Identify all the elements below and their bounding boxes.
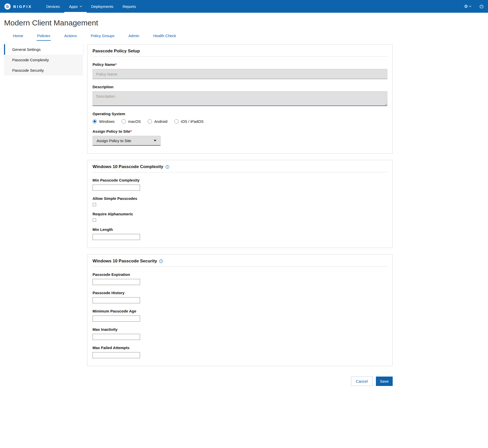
- nav-item-apps[interactable]: Apps: [64, 0, 86, 13]
- passcode-complexity-panel: Windows 10 Passcode Complexity Min Passc…: [87, 160, 393, 248]
- ios-ipados-radio[interactable]: [174, 119, 179, 124]
- nav-item-deployments[interactable]: Deployments: [87, 0, 118, 13]
- assign-policy-to-site-dropdown[interactable]: Assign Policy to Site: [93, 136, 161, 146]
- min-passcode-complexity-label: Min Passcode Complexity: [93, 178, 387, 182]
- max-inactivity-label: Max Inactivity: [93, 327, 387, 332]
- bigfix-logo[interactable]: b BIGFIX: [4, 3, 32, 10]
- min-length-input[interactable]: [93, 234, 140, 240]
- settings-gear-button[interactable]: ⚙: [464, 4, 471, 9]
- tab-actions[interactable]: Actions: [64, 31, 77, 41]
- assign-site-label-text: Assign Policy to Site: [93, 129, 130, 133]
- panel-header: Windows 10 Passcode Complexity: [93, 164, 387, 172]
- tab-health-check[interactable]: Health Check: [153, 31, 177, 41]
- tab-policies[interactable]: Policies: [37, 31, 51, 41]
- tab-policy-groups[interactable]: Policy Groups: [90, 31, 115, 41]
- radio-label-android: Android: [154, 119, 167, 124]
- sidebar-item-passcode-security[interactable]: Passcode Security: [4, 65, 83, 76]
- panel-title: Windows 10 Passcode Security: [93, 259, 157, 264]
- macos-radio[interactable]: [121, 119, 126, 124]
- info-icon[interactable]: [165, 165, 169, 169]
- max-failed-attempts-label: Max Failed Attempts: [93, 346, 387, 350]
- sidebar-item-general-settings[interactable]: General Settings: [4, 44, 83, 55]
- dropdown-selected-value: Assign Policy to Site: [97, 139, 131, 143]
- require-alphanumeric-checkbox[interactable]: [93, 218, 96, 222]
- bigfix-logo-icon: b: [4, 3, 11, 10]
- chevron-down-icon: [469, 5, 471, 8]
- nav-item-apps-label: Apps: [69, 4, 78, 9]
- android-radio[interactable]: [148, 119, 152, 124]
- radio-label-windows: Windows: [99, 119, 115, 124]
- panel-title: Windows 10 Passcode Complexity: [93, 164, 163, 169]
- sidebar-item-passcode-complexity[interactable]: Passcode Complexity: [4, 55, 83, 65]
- policy-name-label-text: Policy Name: [93, 62, 115, 67]
- windows-radio[interactable]: [93, 119, 97, 124]
- radio-option-windows[interactable]: Windows: [93, 119, 115, 124]
- cancel-button[interactable]: Cancel: [351, 377, 373, 386]
- chevron-down-icon: [80, 5, 82, 8]
- passcode-security-panel: Windows 10 Passcode Security Passcode Ex…: [87, 254, 393, 366]
- passcode-expiration-input[interactable]: [93, 279, 140, 285]
- min-length-label: Min Length: [93, 227, 387, 232]
- main-form-area: Passcode Policy Setup Policy Name* Descr…: [87, 44, 393, 372]
- gear-icon: ⚙: [464, 4, 468, 9]
- navbar-right-controls: ⚙: [464, 4, 484, 9]
- description-textarea[interactable]: [93, 91, 387, 106]
- footer-action-bar: Cancel Save: [0, 372, 488, 401]
- panel-header: Windows 10 Passcode Security: [93, 259, 387, 267]
- required-marker: *: [115, 62, 117, 67]
- tab-home[interactable]: Home: [12, 31, 24, 41]
- passcode-policy-setup-panel: Passcode Policy Setup Policy Name* Descr…: [87, 44, 393, 154]
- nav-item-devices[interactable]: Devices: [42, 0, 64, 13]
- primary-nav: Devices Apps Deployments Reports: [42, 0, 141, 13]
- policy-sidebar: General Settings Passcode Complexity Pas…: [4, 44, 83, 76]
- page-title: Modern Client Management: [0, 13, 488, 31]
- nav-item-reports[interactable]: Reports: [118, 0, 141, 13]
- radio-option-android[interactable]: Android: [148, 119, 167, 124]
- allow-simple-passcodes-label: Allow Simple Passcodes: [93, 196, 387, 201]
- required-marker: *: [130, 129, 132, 133]
- policy-name-label: Policy Name*: [93, 62, 387, 67]
- minimum-passcode-age-input[interactable]: [93, 316, 140, 322]
- content-area: General Settings Passcode Complexity Pas…: [0, 41, 488, 372]
- panel-title: Passcode Policy Setup: [93, 49, 140, 54]
- minimum-passcode-age-label: Minimum Passcode Age: [93, 309, 387, 313]
- min-passcode-complexity-input[interactable]: [93, 185, 140, 191]
- top-navbar: b BIGFIX Devices Apps Deployments Report…: [0, 0, 488, 13]
- passcode-history-label: Passcode History: [93, 291, 387, 295]
- svg-text:b: b: [6, 4, 9, 8]
- tab-bar: Home Policies Actions Policy Groups Admi…: [0, 31, 488, 41]
- max-inactivity-input[interactable]: [93, 334, 140, 340]
- operating-system-radio-group: Windows macOS Android iOS / iPadOS: [93, 119, 387, 124]
- radio-label-macos: macOS: [128, 119, 141, 124]
- operating-system-label: Operating System: [93, 112, 387, 116]
- info-icon[interactable]: [159, 259, 163, 263]
- save-button[interactable]: Save: [376, 377, 393, 386]
- passcode-history-input[interactable]: [93, 297, 140, 303]
- radio-option-macos[interactable]: macOS: [121, 119, 141, 124]
- policy-name-input[interactable]: [93, 69, 387, 79]
- power-button[interactable]: [479, 4, 484, 9]
- passcode-expiration-label: Passcode Expiration: [93, 272, 387, 277]
- radio-option-ios-ipados[interactable]: iOS / iPadOS: [174, 119, 204, 124]
- allow-simple-passcodes-checkbox[interactable]: [93, 203, 96, 206]
- dropdown-caret-icon: [154, 140, 157, 142]
- description-label: Description: [93, 85, 387, 89]
- power-icon: [479, 4, 484, 9]
- radio-label-ios-ipados: iOS / iPadOS: [181, 119, 204, 124]
- panel-header: Passcode Policy Setup: [93, 49, 387, 57]
- max-failed-attempts-input[interactable]: [93, 352, 140, 358]
- assign-policy-to-site-label: Assign Policy to Site*: [93, 129, 387, 133]
- tab-admin[interactable]: Admin: [128, 31, 140, 41]
- brand-name: BIGFIX: [13, 4, 32, 9]
- require-alphanumeric-label: Require Alphanumeric: [93, 212, 387, 216]
